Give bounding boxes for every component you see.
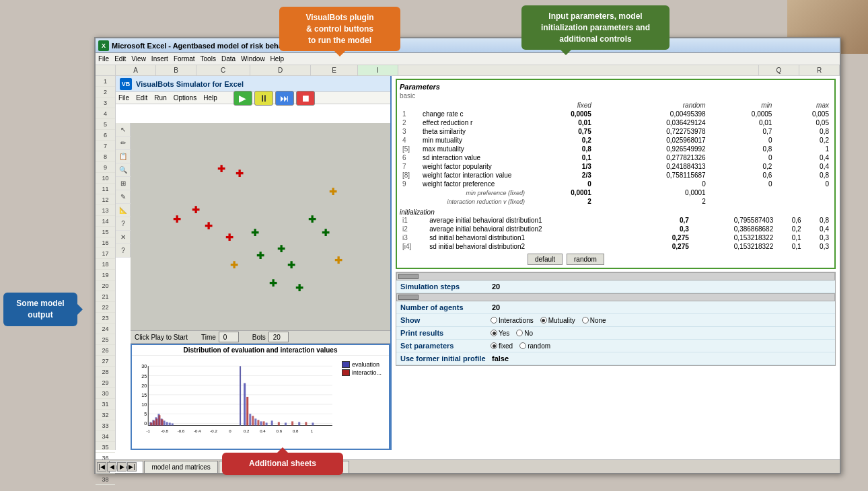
ribbon-tools[interactable]: Tools [201, 55, 216, 63]
ribbon-view[interactable]: View [131, 55, 146, 63]
chart-body: 30 25 20 15 10 5 0 [132, 356, 389, 445]
sheet-nav-last[interactable]: ▶| [127, 462, 137, 471]
row-num-20: 20 [96, 280, 115, 291]
agent-red-4: ✚ [173, 215, 181, 223]
svg-text:-0.6: -0.6 [178, 428, 185, 433]
sheet-tab-model-matrices[interactable]: model and matrices [144, 461, 217, 473]
radio-none[interactable]: None [582, 317, 606, 324]
radio-yes-circle[interactable] [491, 330, 497, 336]
default-button[interactable]: default [528, 254, 563, 265]
svg-text:25: 25 [141, 374, 147, 379]
ribbon-edit[interactable]: Edit [114, 55, 126, 63]
row-num-25: 25 [96, 334, 115, 345]
scroll-bar-2[interactable] [396, 293, 835, 301]
scroll-bar-1[interactable] [396, 272, 835, 280]
svg-rect-30 [161, 419, 164, 425]
radio-mutuality[interactable]: Mutuality [540, 317, 575, 324]
svg-rect-28 [155, 418, 157, 425]
scroll-thumb-1[interactable] [398, 274, 419, 279]
sheet-nav-next[interactable]: ▶ [117, 462, 126, 471]
sidebar-icon-info[interactable]: ? [116, 244, 131, 258]
radio-no-circle[interactable] [516, 330, 523, 336]
chart-svg: 30 25 20 15 10 5 0 [135, 358, 339, 442]
svg-rect-41 [278, 422, 280, 425]
col-header-r: R [799, 65, 840, 75]
excel-titlebar: X Microsoft Excel - Agentbased model of … [96, 38, 840, 53]
ribbon-file[interactable]: File [98, 55, 109, 63]
radio-interactions[interactable]: Interactions [491, 317, 534, 324]
vb-menu-help[interactable]: Help [203, 94, 217, 102]
radio-interactions-circle[interactable] [491, 317, 497, 324]
ribbon-help[interactable]: Help [270, 55, 285, 63]
radio-random-circle[interactable] [519, 342, 526, 349]
radio-random-label: random [528, 342, 550, 350]
legend-interaction: interactio... [342, 369, 384, 376]
radio-random[interactable]: random [519, 342, 550, 350]
sidebar-icon-grid[interactable]: ⊞ [116, 177, 131, 190]
vb-menu-edit[interactable]: Edit [136, 94, 147, 102]
sim-steps-row: Simulation steps 20 [396, 280, 835, 293]
radio-fixed[interactable]: fixed [491, 342, 513, 350]
radio-yes-label: Yes [499, 330, 509, 337]
ribbon-data[interactable]: Data [221, 55, 236, 63]
params-section: Parameters basic fixed random min max [396, 79, 836, 269]
row-num-33: 33 [96, 420, 115, 431]
step-button[interactable]: ⏭ [275, 91, 294, 106]
play-button[interactable]: ▶ [233, 91, 252, 106]
svg-rect-34 [252, 416, 254, 425]
svg-text:0.4: 0.4 [260, 428, 266, 433]
agent-green-7: ✚ [308, 215, 316, 223]
svg-rect-25 [172, 423, 174, 425]
time-item: Time 0 [201, 332, 239, 342]
vb-menu-run[interactable]: Run [154, 94, 166, 102]
col-header-b: B [156, 65, 196, 75]
sidebar-icon-edit[interactable]: ✏ [116, 137, 131, 150]
row-num-32: 32 [96, 410, 115, 420]
radio-no[interactable]: No [516, 330, 533, 337]
agent-red-5: ✚ [205, 222, 213, 230]
radio-yes[interactable]: Yes [491, 330, 509, 337]
column-headers: A B C D E I Q R [96, 65, 840, 76]
sidebar-icon-zoom[interactable]: 🔍 [116, 163, 131, 177]
pause-button[interactable]: ⏸ [254, 91, 273, 106]
row-num-24: 24 [96, 324, 115, 334]
svg-rect-23 [166, 422, 168, 425]
sidebar-icon-ruler[interactable]: 📐 [116, 204, 131, 217]
sheet-nav-first[interactable]: |◀ [97, 462, 106, 471]
radio-fixed-circle[interactable] [491, 342, 497, 349]
radio-interactions-label: Interactions [499, 317, 534, 324]
print-label: Print results [400, 329, 488, 337]
ribbon-insert[interactable]: Insert [151, 55, 168, 63]
vb-menu-file[interactable]: File [118, 94, 129, 102]
svg-rect-33 [249, 414, 251, 425]
sim-steps-value: 20 [492, 282, 500, 291]
radio-none-label: None [590, 317, 606, 324]
sidebar-icon-copy[interactable]: 📋 [116, 150, 131, 163]
ribbon-format[interactable]: Format [174, 55, 195, 63]
show-row: Show Interactions Mutuality None [396, 314, 835, 327]
ribbon-window[interactable]: Window [241, 55, 265, 63]
time-value: 0 [219, 332, 239, 342]
sidebar-icon-help[interactable]: ? [116, 217, 131, 231]
sidebar-icon-select[interactable]: ↖ [116, 123, 131, 137]
random-button[interactable]: random [567, 254, 604, 265]
chart-area: Distribution of evaluation and interacti… [131, 344, 390, 450]
svg-rect-44 [298, 422, 300, 425]
vb-logo: VB [120, 78, 132, 90]
sidebar-icon-delete[interactable]: ✕ [116, 231, 131, 244]
radio-mutuality-circle[interactable] [540, 317, 547, 324]
row-num-28: 28 [96, 367, 115, 377]
vb-menu-options[interactable]: Options [174, 94, 196, 102]
excel-ribbon: File Edit View Insert Format Tools Data … [96, 53, 840, 65]
stop-button[interactable]: ⏹ [296, 91, 315, 106]
radio-none-circle[interactable] [582, 317, 589, 324]
legend-evaluation-label: evaluation [352, 361, 379, 368]
num-agents-value: 20 [492, 303, 500, 311]
sidebar-icon-draw[interactable]: ✎ [116, 190, 131, 204]
scroll-thumb-2[interactable] [398, 295, 419, 300]
sheet-nav-prev[interactable]: ◀ [107, 462, 116, 471]
print-row: Print results Yes No [396, 327, 835, 340]
row-num-11: 11 [96, 184, 115, 194]
row-num-16: 16 [96, 237, 115, 248]
row-num-17: 17 [96, 248, 115, 259]
